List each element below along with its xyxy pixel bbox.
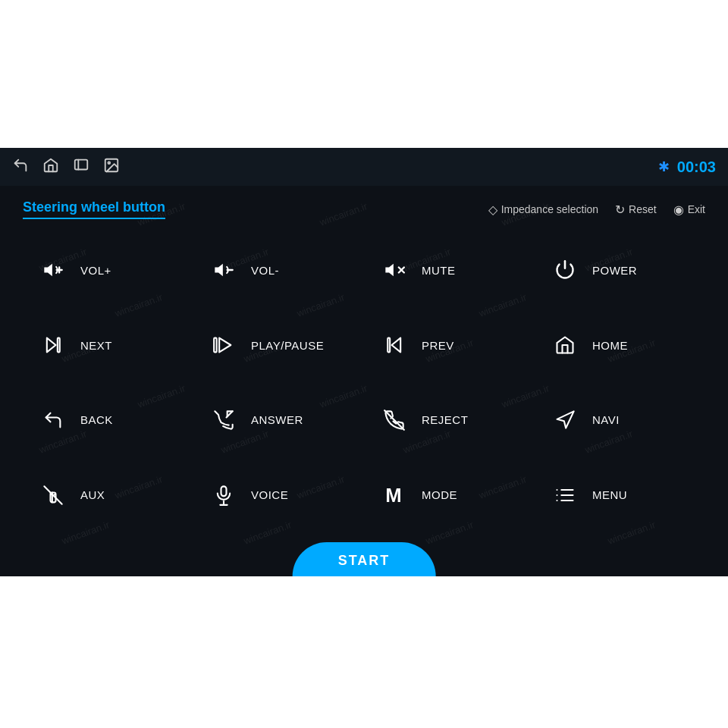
power-label: POWER: [592, 264, 637, 277]
back-nav-icon[interactable]: [12, 157, 29, 177]
bluetooth-icon: ✱: [658, 158, 670, 175]
mute-btn[interactable]: MUTE: [364, 233, 535, 308]
home-label: HOME: [592, 339, 628, 352]
prev-btn[interactable]: PREV: [364, 308, 535, 383]
reset-btn[interactable]: ↻ Reset: [615, 202, 657, 217]
aux-btn[interactable]: AUX: [23, 457, 193, 532]
clock-display: 00:03: [677, 158, 716, 176]
svg-marker-7: [215, 264, 223, 276]
reset-label: Reset: [629, 203, 657, 215]
vol-minus-btn[interactable]: VOL-: [193, 233, 364, 308]
play-pause-btn[interactable]: PLAY/PAUSE: [193, 308, 364, 383]
app-container: wincairan.ir wincairan.ir wincairan.ir w…: [0, 148, 728, 576]
mode-label: MODE: [422, 488, 457, 501]
vol-plus-icon: [39, 259, 67, 281]
start-btn-container: START: [293, 542, 436, 576]
start-button[interactable]: START: [293, 542, 436, 576]
vol-minus-icon: [210, 259, 237, 281]
svg-marker-4: [44, 264, 52, 276]
header-actions: ◇ Impedance selection ↻ Reset ◉ Exit: [488, 202, 705, 217]
top-bar-right: ✱ 00:03: [658, 158, 716, 176]
mode-btn[interactable]: M MODE: [364, 457, 535, 532]
bottom-white-area: [0, 576, 728, 728]
buttons-grid: VOL+ VOL-: [23, 233, 705, 532]
power-icon: [551, 259, 579, 281]
answer-icon: [210, 410, 237, 431]
menu-label: MENU: [592, 488, 627, 501]
impedance-selection-btn[interactable]: ◇ Impedance selection: [488, 202, 598, 217]
prev-label: PREV: [422, 339, 454, 352]
svg-marker-20: [557, 411, 574, 428]
menu-icon: [551, 485, 579, 506]
shield-icon: ◇: [488, 202, 497, 217]
voice-icon: [210, 485, 237, 506]
content-area: Steering wheel button ◇ Impedance select…: [0, 186, 728, 540]
power-btn[interactable]: POWER: [535, 233, 705, 308]
play-pause-label: PLAY/PAUSE: [251, 339, 324, 352]
next-icon: [39, 334, 67, 356]
answer-btn[interactable]: ANSWER: [193, 383, 364, 458]
windows-nav-icon[interactable]: [73, 157, 89, 177]
svg-marker-9: [385, 264, 393, 276]
navi-btn[interactable]: NAVI: [535, 383, 705, 458]
top-bar: ✱ 00:03: [0, 148, 728, 186]
vol-minus-label: VOL-: [251, 264, 279, 277]
menu-btn[interactable]: MENU: [535, 457, 705, 532]
next-label: NEXT: [80, 339, 112, 352]
aux-icon: [39, 485, 67, 506]
back-icon: [39, 410, 67, 431]
aux-label: AUX: [80, 488, 105, 501]
svg-marker-12: [47, 338, 56, 353]
header-row: Steering wheel button ◇ Impedance select…: [23, 199, 705, 219]
svg-marker-15: [219, 338, 231, 353]
nav-icons: [12, 157, 120, 177]
svg-rect-17: [388, 338, 390, 353]
svg-point-3: [108, 162, 110, 164]
exit-label: Exit: [688, 203, 705, 215]
voice-label: VOICE: [251, 488, 288, 501]
answer-label: ANSWER: [251, 413, 303, 426]
vol-plus-label: VOL+: [80, 264, 111, 277]
vol-plus-btn[interactable]: VOL+: [23, 233, 193, 308]
home-icon: [551, 334, 579, 356]
mode-icon: M: [381, 485, 408, 506]
reject-icon: [381, 410, 408, 431]
svg-rect-23: [221, 486, 227, 496]
home-nav-icon[interactable]: [42, 157, 59, 177]
navi-icon: [551, 410, 579, 431]
home-btn[interactable]: HOME: [535, 308, 705, 383]
navi-label: NAVI: [592, 413, 620, 426]
mute-label: MUTE: [422, 264, 456, 277]
next-btn[interactable]: NEXT: [23, 308, 193, 383]
reset-icon: ↻: [615, 202, 625, 217]
svg-text:M: M: [385, 485, 401, 506]
reject-btn[interactable]: REJECT: [364, 383, 535, 458]
back-label: BACK: [80, 413, 113, 426]
top-white-area: [0, 0, 728, 148]
mute-icon: [381, 259, 408, 281]
page-title: Steering wheel button: [23, 199, 165, 219]
impedance-label: Impedance selection: [501, 203, 598, 215]
play-pause-icon: [210, 334, 237, 356]
reject-label: REJECT: [422, 413, 468, 426]
exit-btn[interactable]: ◉ Exit: [673, 202, 705, 217]
prev-icon: [381, 334, 408, 356]
svg-rect-14: [214, 338, 217, 353]
image-nav-icon[interactable]: [103, 157, 120, 177]
exit-icon: ◉: [673, 202, 684, 217]
svg-rect-0: [75, 159, 88, 169]
voice-btn[interactable]: VOICE: [193, 457, 364, 532]
svg-marker-16: [392, 338, 401, 353]
back-btn[interactable]: BACK: [23, 383, 193, 458]
svg-rect-13: [58, 338, 60, 353]
